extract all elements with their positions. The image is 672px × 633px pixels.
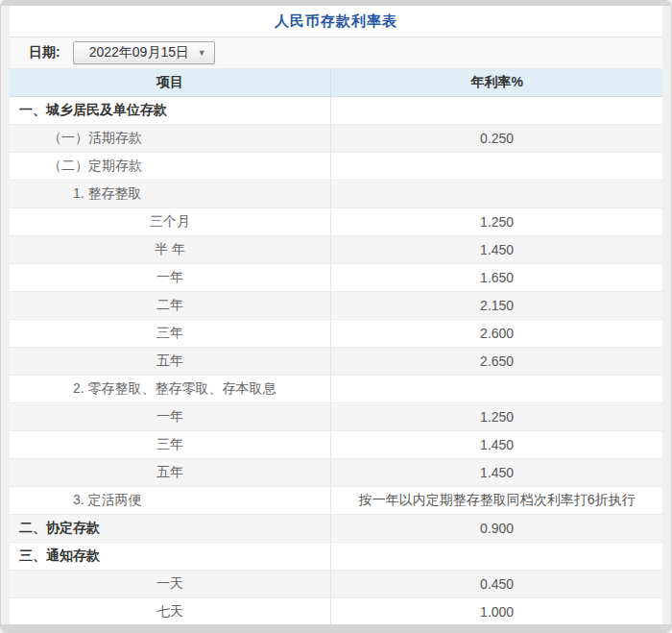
item-cell: 一天 xyxy=(10,571,331,597)
rate-cell: 2.150 xyxy=(331,292,662,319)
table-row: 一年 1.650 xyxy=(10,264,662,292)
date-dropdown[interactable]: 2022年09月15日 ▼ xyxy=(73,41,215,64)
table-row: 五年 1.450 xyxy=(10,459,662,487)
rate-cell: 按一年以内定期整存整取同档次利率打6折执行 xyxy=(331,487,662,514)
item-cell: （一）活期存款 xyxy=(10,125,331,152)
rate-cell: 2.600 xyxy=(331,320,662,347)
table-row: 一天 0.450 xyxy=(10,571,662,598)
table-row: 一、城乡居民及单位存款 xyxy=(10,97,662,125)
rate-cell xyxy=(331,376,662,402)
table-row: 3. 定活两便 按一年以内定期整存整取同档次利率打6折执行 xyxy=(10,487,662,515)
rate-cell: 0.250 xyxy=(331,125,662,152)
table-body: 一、城乡居民及单位存款 （一）活期存款 0.250 （二）定期存款 1. 整存整… xyxy=(10,97,662,626)
item-cell: 半 年 xyxy=(10,236,331,263)
table-row: 三个月 1.250 xyxy=(10,208,662,236)
item-cell: 3. 定活两便 xyxy=(10,487,331,514)
rate-cell xyxy=(331,181,662,207)
table-row: 三、通知存款 xyxy=(10,543,662,571)
table-row: （二）定期存款 xyxy=(10,153,662,181)
table-row: 五年 2.650 xyxy=(10,348,662,376)
chevron-down-icon: ▼ xyxy=(198,49,206,58)
title-bar: 人民币存款利率表 xyxy=(10,6,662,37)
table-row: 二年 2.150 xyxy=(10,292,662,320)
rate-cell: 1.000 xyxy=(331,598,662,625)
table-row: 2. 零存整取、整存零取、存本取息 xyxy=(10,376,662,403)
item-cell: 七天 xyxy=(10,598,331,625)
item-cell: 一、城乡居民及单位存款 xyxy=(10,97,331,124)
item-cell: 五年 xyxy=(10,348,331,375)
item-cell: 一年 xyxy=(10,403,331,430)
item-cell: 2. 零存整取、整存零取、存本取息 xyxy=(10,376,331,402)
column-header-item: 项目 xyxy=(10,69,331,96)
table-row: 1. 整存整取 xyxy=(10,181,662,208)
table-row: 七天 1.000 xyxy=(10,598,662,626)
rate-table-window: 人民币存款利率表 日期: 2022年09月15日 ▼ 项目 年利率% 一、城乡居… xyxy=(0,0,672,633)
table-row: （一）活期存款 0.250 xyxy=(10,125,662,153)
rate-cell: 1.250 xyxy=(331,208,662,235)
rate-cell: 1.650 xyxy=(331,264,662,291)
rate-cell: 2.650 xyxy=(331,348,662,375)
rate-cell: 1.450 xyxy=(331,459,662,486)
date-dropdown-value: 2022年09月15日 xyxy=(89,44,198,61)
item-cell: 一年 xyxy=(10,264,331,291)
item-cell: 三年 xyxy=(10,320,331,347)
item-cell: （二）定期存款 xyxy=(10,153,331,180)
rate-cell: 1.450 xyxy=(331,236,662,263)
item-cell: 三个月 xyxy=(10,208,331,235)
rate-cell xyxy=(331,543,662,570)
rate-cell: 0.450 xyxy=(331,571,662,597)
table-header-row: 项目 年利率% xyxy=(10,69,662,97)
rate-cell xyxy=(331,97,662,124)
column-header-rate: 年利率% xyxy=(331,69,662,96)
table-row: 二、协定存款 0.900 xyxy=(10,515,662,543)
item-cell: 三、通知存款 xyxy=(10,543,331,570)
item-cell: 五年 xyxy=(10,459,331,486)
table-row: 半 年 1.450 xyxy=(10,236,662,264)
rate-cell: 1.450 xyxy=(331,431,662,458)
table-row: 一年 1.250 xyxy=(10,403,662,431)
rate-cell: 0.900 xyxy=(331,515,662,542)
item-cell: 二年 xyxy=(10,292,331,319)
rate-cell: 1.250 xyxy=(331,403,662,430)
page-title: 人民币存款利率表 xyxy=(275,12,397,31)
content-panel: 人民币存款利率表 日期: 2022年09月15日 ▼ 项目 年利率% 一、城乡居… xyxy=(10,6,662,624)
table-row: 三年 1.450 xyxy=(10,431,662,459)
date-row: 日期: 2022年09月15日 ▼ xyxy=(10,37,662,69)
item-cell: 1. 整存整取 xyxy=(10,181,331,207)
table-row: 三年 2.600 xyxy=(10,320,662,348)
date-label: 日期: xyxy=(29,44,60,61)
item-cell: 三年 xyxy=(10,431,331,458)
rate-cell xyxy=(331,153,662,180)
item-cell: 二、协定存款 xyxy=(10,515,331,542)
